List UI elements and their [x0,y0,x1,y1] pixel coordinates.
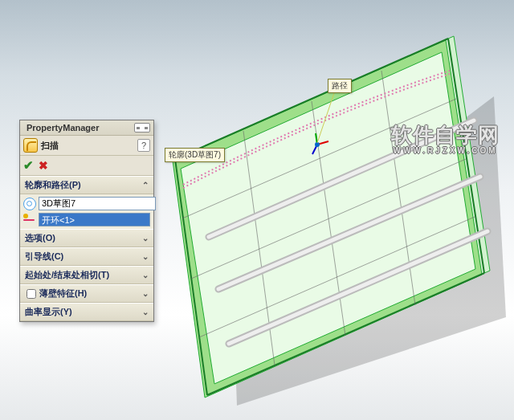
thin-checkbox[interactable] [27,289,36,299]
section-profile-path: 轮廓和路径(P) ⌃ 开环<1> [20,176,153,229]
confirm-bar: ✔ ✖ [20,156,153,176]
section-thin-title: 薄壁特征(H) [39,287,87,300]
section-tangency-title: 起始处/结束处相切(T) [25,269,109,281]
sweep-icon [23,138,38,153]
property-manager-panel: PropertyManager 扫描 ? ✔ ✖ 轮廓和路径(P) ⌃ 开环<1… [19,120,154,322]
section-guides: 引导线(C) ⌄ [20,247,153,266]
section-thin: 薄壁特征(H) ⌄ [20,284,153,303]
ok-button[interactable]: ✔ [23,158,34,173]
path-field-row: 开环<1> [23,213,150,226]
section-options-header[interactable]: 选项(O) ⌄ [20,230,153,247]
chevron-down-icon: ⌄ [142,252,149,261]
chevron-up-icon: ⌃ [142,181,149,190]
chevron-down-icon: ⌄ [142,271,149,279]
chevron-down-icon: ⌄ [142,308,149,316]
property-manager-title: PropertyManager [27,123,99,133]
section-curvature-header[interactable]: 曲率显示(Y) ⌄ [20,304,153,321]
section-options: 选项(O) ⌄ [20,229,153,247]
help-button[interactable]: ? [137,139,150,152]
property-manager-title-bar: PropertyManager [20,120,153,136]
path-value[interactable]: 开环<1> [39,213,150,226]
section-curvature: 曲率显示(Y) ⌄ [20,303,153,321]
section-guides-header[interactable]: 引导线(C) ⌄ [20,248,153,266]
chevron-down-icon: ⌄ [142,234,149,243]
section-guides-title: 引导线(C) [25,251,63,263]
profile-icon [23,198,36,210]
feature-label: 扫描 [41,140,134,152]
cancel-button[interactable]: ✖ [39,159,48,172]
section-options-title: 选项(O) [25,232,55,244]
section-tangency: 起始处/结束处相切(T) ⌄ [20,266,153,284]
path-icon [23,214,36,226]
section-tangency-header[interactable]: 起始处/结束处相切(T) ⌄ [20,267,153,284]
feature-header: 扫描 ? [20,136,153,156]
profile-input[interactable] [39,197,156,210]
section-profile-path-title: 轮廓和路径(P) [25,179,81,191]
section-thin-header[interactable]: 薄壁特征(H) ⌄ [20,285,153,303]
section-profile-path-header[interactable]: 轮廓和路径(P) ⌃ [20,177,153,194]
profile-field-row [23,197,150,210]
pin-icon[interactable] [134,123,150,133]
section-curvature-title: 曲率显示(Y) [25,306,72,318]
chevron-down-icon: ⌄ [142,289,149,298]
